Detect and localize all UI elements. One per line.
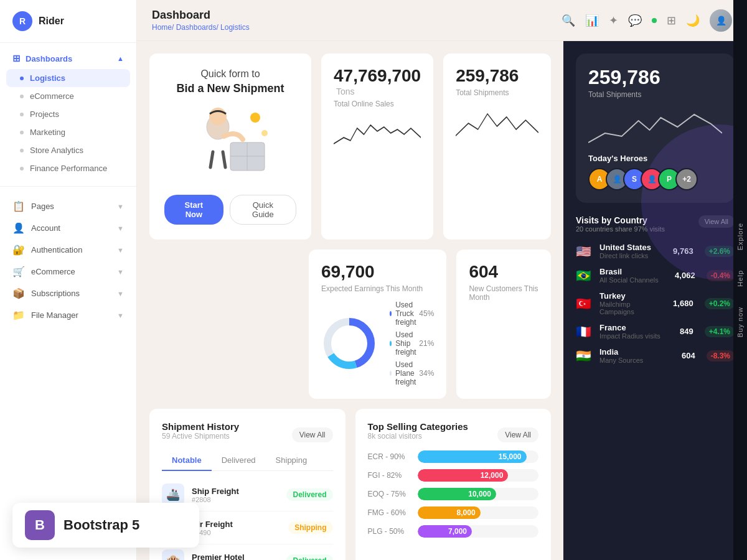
ship-freight-id: #2808 [192, 496, 279, 503]
country-change: +4.1% [705, 326, 735, 337]
bar-item: EOQ - 75% 10,000 [368, 488, 539, 500]
messages-icon[interactable]: 💬 [628, 14, 642, 27]
chevron-down-icon: ▼ [117, 225, 124, 232]
settings-icon[interactable]: ✦ [609, 14, 618, 27]
legend-plane-left: Used Plane freight [390, 360, 419, 386]
grid-icon[interactable]: ⊞ [667, 14, 676, 27]
tab-shipping[interactable]: Shipping [266, 450, 317, 471]
sidebar-item-projects[interactable]: Projects [0, 105, 136, 123]
breadcrumb-logistics[interactable]: Logistics [220, 23, 250, 32]
explore-label[interactable]: Explore [736, 213, 744, 260]
expected-earnings-label: Expected Earnings This Month [321, 284, 434, 293]
air-freight-info: Air Freight #2490 [192, 520, 281, 536]
new-customers-number: 604 [469, 262, 498, 281]
bar-label: ECR - 90% [368, 452, 411, 461]
ship-freight-info: Ship Freight #2808 [192, 487, 279, 503]
air-freight-status: Shipping [288, 521, 332, 534]
total-shipments-chart [456, 105, 538, 142]
hotel-name: Premier Hotel [192, 553, 279, 561]
bar-track: 15,000 [418, 450, 539, 463]
ship-pct: 21% [419, 339, 434, 348]
top-cards-row: Quick form to Bid a New Shipment [149, 54, 551, 240]
shipment-header: Shipment History 59 Active Shipments Vie… [162, 421, 333, 448]
sidebar-item-logistics-label: Logistics [30, 73, 65, 83]
country-info: India Many Sources [599, 347, 675, 364]
sidebar-item-pages[interactable]: 📋 Pages ▼ [0, 195, 136, 217]
air-freight-name: Air Freight [192, 520, 281, 529]
shipment-view-all-button[interactable]: View All [292, 427, 333, 442]
breadcrumb-dashboards[interactable]: Dashboards/ [176, 23, 218, 32]
breadcrumb-home[interactable]: Home/ [152, 23, 174, 32]
sidebar-item-finance-performance[interactable]: Finance Performance [0, 159, 136, 177]
total-sales-label: Total Online Sales [334, 100, 421, 108]
countries-list: 🇺🇸 United States Direct link clicks 9,76… [576, 243, 735, 364]
categories-view-all-button[interactable]: View All [497, 427, 538, 442]
bar-label: FMG - 60% [368, 508, 411, 517]
dot [20, 113, 24, 116]
divider [0, 186, 136, 187]
breadcrumb: Home/ Dashboards/ Logistics [152, 23, 250, 32]
country-name: United States [599, 243, 667, 252]
dot [20, 95, 24, 98]
country-flag: 🇺🇸 [576, 244, 593, 259]
auth-icon: 🔐 [12, 244, 25, 256]
bar-fill: 15,000 [418, 450, 527, 463]
country-item: 🇧🇷 Brasil All Social Channels 4,062 -0.4… [576, 267, 735, 284]
promo-buttons: Start Now Quick Guide [164, 195, 296, 225]
sidebar-logo[interactable]: R Rider [0, 0, 136, 43]
sidebar-item-finance-performance-label: Finance Performance [30, 164, 107, 173]
sidebar-item-ecommerce2[interactable]: 🛒 eCommerce ▼ [0, 261, 136, 282]
bar-value: 15,000 [499, 452, 522, 461]
promo-illustration [181, 105, 280, 180]
heroes-title: Today's Heroes [588, 154, 722, 163]
bottom-row: Shipment History 59 Active Shipments Vie… [149, 409, 551, 560]
svg-point-1 [261, 130, 268, 136]
sidebar-item-ecommerce[interactable]: eCommerce [0, 87, 136, 105]
dark-mode-icon[interactable]: 🌙 [686, 14, 700, 27]
avatars-row: A 👤 S 👤 P +2 [588, 168, 722, 190]
legend-ship-left: Used Ship freight [390, 330, 419, 357]
sidebar-item-account[interactable]: 👤 Account ▼ [0, 217, 136, 239]
dot [20, 149, 24, 152]
bar-label: PLG - 50% [368, 527, 411, 536]
shipment-title-text: Shipment History [162, 421, 239, 432]
analytics-icon[interactable]: 📊 [585, 14, 599, 27]
ship-dot [390, 341, 392, 346]
dashboards-group[interactable]: ⊞ Dashboards ▲ [0, 48, 136, 69]
truck-label: Used Truck freight [395, 301, 419, 327]
countries-view-all-button[interactable]: View All [698, 215, 735, 228]
buy-now-label[interactable]: Buy now [736, 297, 744, 347]
bar-fill: 7,000 [418, 525, 472, 538]
sidebar-item-marketing[interactable]: Marketing [0, 123, 136, 141]
help-label[interactable]: Help [736, 260, 744, 297]
hotel-status: Delivered [286, 554, 332, 560]
new-customers-card: 604 New Customers This Month [456, 250, 551, 399]
sidebar: R Rider ⊞ Dashboards ▲ Logistics eCommer… [0, 0, 137, 560]
sidebar-item-subscriptions[interactable]: 📦 Subscriptions ▼ [0, 282, 136, 304]
country-value: 849 [680, 327, 693, 336]
quick-guide-button[interactable]: Quick Guide [230, 195, 296, 225]
user-avatar[interactable]: 👤 [710, 9, 732, 32]
sidebar-item-file-manager[interactable]: 📁 File Manager ▼ [0, 304, 136, 326]
sidebar-item-logistics[interactable]: Logistics [6, 69, 130, 87]
donut-container: Used Truck freight 45% Used Ship freight… [321, 301, 434, 386]
header: Dashboard Home/ Dashboards/ Logistics 🔍 … [137, 0, 747, 41]
country-info: Brasil All Social Channels [599, 267, 669, 284]
tab-notable[interactable]: Notable [162, 450, 212, 471]
search-icon[interactable]: 🔍 [561, 14, 575, 27]
start-now-button[interactable]: Start Now [164, 195, 223, 225]
bar-item: FMG - 60% 8,000 [368, 506, 539, 519]
sidebar-item-authentication[interactable]: 🔐 Authentication ▼ [0, 239, 136, 261]
country-info: France Impact Radius visits [599, 323, 674, 340]
sidebar-item-store-analytics[interactable]: Store Analytics [0, 141, 136, 159]
categories-bars: ECR - 90% 15,000 FGI - 82% 12,000 EOQ - … [368, 450, 539, 538]
plane-label: Used Plane freight [395, 360, 419, 386]
bar-value: 7,000 [448, 527, 467, 536]
bar-item: PLG - 50% 7,000 [368, 525, 539, 538]
categories-title: Top Selling Categories [368, 421, 468, 432]
countries-section: Visits by Country 20 countries share 97%… [563, 215, 747, 560]
total-sales-card: 47,769,700 Tons Total Online Sales [321, 54, 433, 240]
heroes-block: Today's Heroes A 👤 S 👤 P +2 [588, 154, 722, 190]
promo-card: Quick form to Bid a New Shipment [149, 54, 311, 240]
tab-delivered[interactable]: Delivered [212, 450, 266, 471]
